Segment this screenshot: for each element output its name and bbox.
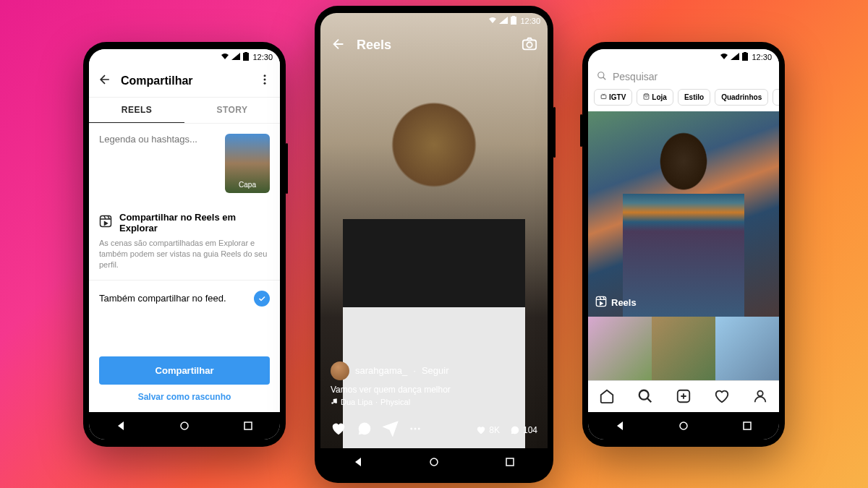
android-nav	[89, 412, 280, 440]
tab-profile-icon[interactable]	[752, 388, 768, 404]
android-nav	[320, 448, 548, 476]
share-header: Compartilhar	[89, 65, 280, 98]
explore-thumb[interactable]	[588, 317, 652, 380]
status-bar: 12:30	[320, 13, 548, 29]
wifi-icon	[488, 17, 497, 25]
svg-point-26	[757, 391, 762, 396]
comment-icon[interactable]	[357, 421, 373, 440]
tab-home-icon[interactable]	[599, 388, 615, 404]
status-bar: 12:30	[588, 49, 779, 65]
tab-story[interactable]: STORY	[184, 98, 280, 123]
reels-title: Reels	[357, 38, 511, 53]
tab-activity-icon[interactable]	[714, 388, 730, 404]
music-track: Physical	[380, 398, 410, 406]
phone-reels-player: 12:30 Reels sarahgama_ · Seguir Vamos	[315, 6, 553, 483]
nav-recent-icon[interactable]	[242, 419, 255, 432]
feed-toggle-label: Também compartilhar no feed.	[99, 293, 226, 304]
nav-home-icon[interactable]	[427, 455, 441, 468]
tab-create-icon[interactable]	[676, 388, 692, 404]
music-icon	[331, 398, 338, 406]
phone-share-screen: 12:30 Compartilhar REELS STORY Capa	[83, 42, 286, 447]
status-bar: 12:30	[89, 49, 280, 65]
nav-home-icon[interactable]	[677, 419, 690, 432]
svg-rect-22	[601, 95, 606, 98]
save-draft-button[interactable]: Salvar como rascunho	[99, 392, 270, 402]
cover-thumbnail[interactable]: Capa	[225, 134, 270, 193]
nav-back-icon[interactable]	[114, 419, 127, 432]
like-count[interactable]: 8K	[476, 425, 500, 435]
signal-icon	[731, 53, 739, 61]
reel-video[interactable]: 12:30 Reels sarahgama_ · Seguir Vamos	[320, 13, 548, 448]
search-icon	[597, 71, 607, 83]
share-button[interactable]: Compartilhar	[99, 356, 270, 385]
svg-rect-18	[506, 458, 514, 466]
chip-style[interactable]: Estilo	[678, 89, 710, 106]
signal-icon	[499, 17, 508, 25]
svg-rect-8	[511, 17, 516, 25]
battery-icon	[741, 52, 749, 62]
battery-icon	[510, 16, 517, 26]
nav-home-icon[interactable]	[178, 419, 191, 432]
svg-rect-5	[101, 215, 111, 226]
chip-comics[interactable]: Quadrinhos	[715, 89, 768, 106]
reels-badge-label: Reels	[611, 297, 637, 308]
page-title: Compartilhar	[121, 74, 250, 87]
svg-rect-1	[244, 52, 247, 53]
tab-search-icon[interactable]	[637, 388, 653, 404]
svg-point-16	[418, 427, 420, 429]
more-icon[interactable]	[258, 73, 271, 89]
share-tabs: REELS STORY	[89, 98, 280, 124]
follow-button[interactable]: Seguir	[422, 365, 449, 376]
svg-rect-20	[744, 52, 746, 53]
reels-icon	[595, 296, 607, 309]
comment-count[interactable]: 104	[510, 425, 537, 435]
back-icon[interactable]	[98, 72, 112, 90]
chip-igtv[interactable]: IGTV	[594, 89, 632, 106]
user-avatar[interactable]	[331, 361, 349, 380]
caption-input[interactable]	[99, 134, 218, 193]
cover-label: Capa	[239, 181, 256, 189]
separator: ·	[413, 365, 416, 376]
status-time: 12:30	[520, 17, 540, 25]
svg-rect-28	[744, 422, 751, 429]
check-icon	[254, 291, 270, 307]
nav-recent-icon[interactable]	[741, 419, 754, 432]
android-nav	[588, 412, 779, 440]
username[interactable]: sarahgama_	[355, 365, 407, 376]
explore-share-section: Compartilhar no Reels em Explorar As cen…	[89, 203, 280, 281]
compose-area: Capa	[89, 124, 280, 203]
svg-point-24	[639, 390, 649, 400]
tab-reels[interactable]: REELS	[89, 98, 184, 123]
back-icon[interactable]	[331, 36, 346, 55]
more-icon[interactable]	[409, 422, 422, 438]
phone-explore-screen: 12:30 Pesquisar IGTV Loja Estilo Quadrin…	[582, 42, 785, 447]
svg-rect-19	[742, 53, 748, 61]
explore-thumb[interactable]	[715, 317, 779, 380]
share-icon[interactable]	[383, 421, 399, 440]
music-info[interactable]: Dua Lipa · Physical	[331, 398, 537, 406]
svg-point-4	[264, 82, 266, 84]
chip-tv[interactable]: TV e cinema	[773, 89, 779, 106]
camera-icon[interactable]	[522, 36, 537, 55]
explore-grid: Reels	[588, 111, 779, 380]
reels-icon	[99, 215, 112, 231]
svg-rect-7	[244, 422, 252, 429]
feed-toggle-row[interactable]: Também compartilhar no feed.	[89, 281, 280, 317]
svg-point-3	[264, 78, 266, 80]
featured-reel[interactable]: Reels	[588, 111, 779, 317]
svg-point-11	[527, 42, 532, 47]
explore-share-title: Compartilhar no Reels em Explorar	[119, 212, 270, 234]
nav-back-icon[interactable]	[352, 455, 365, 468]
igtv-icon	[600, 93, 607, 101]
nav-recent-icon[interactable]	[503, 455, 516, 468]
action-bar: 8K 104	[320, 415, 548, 448]
chip-shop[interactable]: Loja	[637, 89, 673, 106]
svg-point-13	[335, 401, 337, 403]
bottom-nav	[588, 380, 779, 412]
status-time: 12:30	[752, 53, 772, 61]
like-icon[interactable]	[331, 421, 346, 440]
explore-thumb[interactable]	[652, 317, 715, 380]
nav-back-icon[interactable]	[613, 419, 626, 432]
search-bar[interactable]: Pesquisar	[588, 65, 779, 89]
signal-icon	[231, 53, 240, 61]
